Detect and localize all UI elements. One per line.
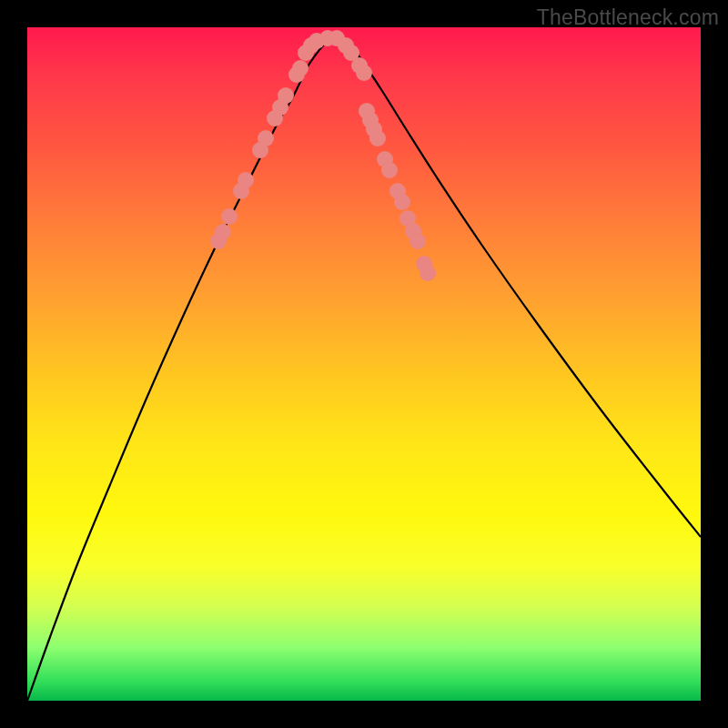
- marker-dot: [394, 194, 410, 210]
- marker-dot: [381, 162, 398, 178]
- marker-dot: [258, 130, 274, 147]
- marker-group: [210, 30, 436, 281]
- curve-layer: [27, 27, 701, 701]
- marker-dot: [369, 130, 386, 147]
- marker-dot: [221, 208, 238, 225]
- marker-dot: [292, 60, 308, 76]
- watermark-text: TheBottleneck.com: [537, 5, 719, 30]
- marker-dot: [410, 233, 426, 249]
- marker-dot: [215, 224, 231, 240]
- marker-dot: [356, 65, 372, 81]
- chart-container: TheBottleneck.com: [0, 0, 728, 728]
- marker-dot: [420, 265, 436, 281]
- marker-dot: [278, 87, 294, 104]
- marker-dot: [238, 172, 254, 188]
- v-curve-path: [27, 37, 701, 701]
